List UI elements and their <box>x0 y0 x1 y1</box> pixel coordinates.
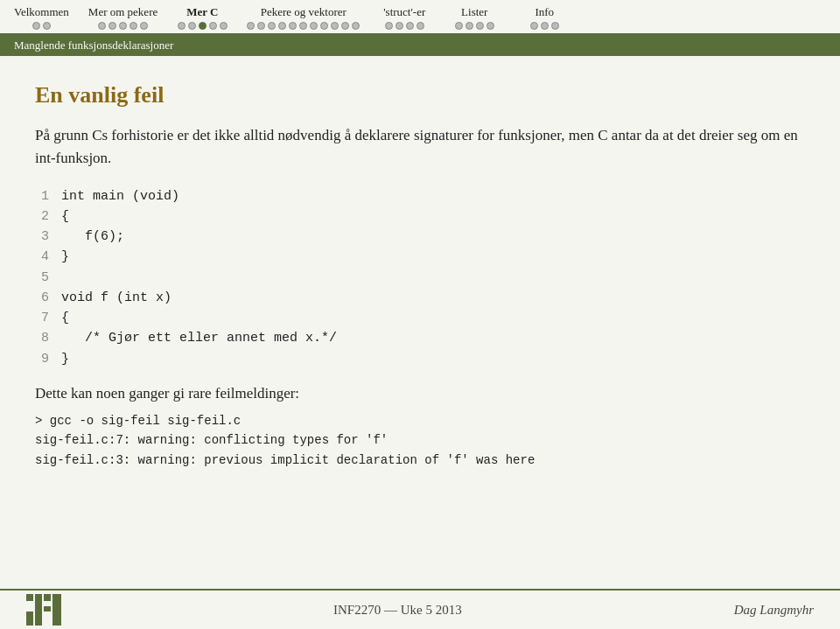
nav-dot <box>130 22 137 30</box>
nav-dot <box>352 22 360 30</box>
intro-paragraph: På grunn Cs forhistorie er det ikke allt… <box>35 124 805 171</box>
nav-dot <box>220 22 228 30</box>
svg-rect-2 <box>35 594 42 626</box>
svg-rect-1 <box>26 594 33 601</box>
nav-dot <box>209 22 217 30</box>
nav-item-mer-om-pekere[interactable]: Mer om pekere <box>88 5 177 30</box>
nav-dots-info <box>530 22 559 30</box>
nav-item-info[interactable]: Info <box>519 5 589 30</box>
nav-dots-pekere-og-vektorer <box>247 22 360 30</box>
nav-dot <box>455 22 463 30</box>
nav-dot <box>341 22 349 30</box>
nav-dot <box>257 22 265 30</box>
nav-dot <box>289 22 297 30</box>
footer-author: Dag Langmyhr <box>734 603 814 618</box>
footer-course-info: INF2270 — Uke 5 2013 <box>333 603 462 618</box>
line-num-8: 8 <box>41 328 49 348</box>
nav-item-struct-er[interactable]: 'struct'-er <box>379 5 449 30</box>
nav-dot <box>466 22 473 30</box>
nav-dot <box>278 22 286 30</box>
nav-dots-struct-er <box>385 22 424 30</box>
nav-dot <box>396 22 403 30</box>
nav-label-struct-er: 'struct'-er <box>383 5 425 19</box>
nav-item-lister[interactable]: Lister <box>449 5 519 30</box>
nav-item-pekere-og-vektorer[interactable]: Pekere og vektorer <box>247 5 379 30</box>
nav-dot <box>320 22 328 30</box>
nav-item-mer-c[interactable]: Mer C <box>177 5 247 30</box>
nav-dot <box>268 22 276 30</box>
line-num-1: 1 <box>41 186 49 206</box>
code-block: 1 2 3 4 5 6 7 8 9 int main (void) { f(6)… <box>35 186 805 369</box>
top-navigation: Velkommen Mer om pekere Mer C Pekere og … <box>0 0 840 35</box>
line-num-4: 4 <box>41 247 49 267</box>
svg-rect-3 <box>44 594 51 601</box>
nav-dot <box>331 22 339 30</box>
nav-label-mer-om-pekere: Mer om pekere <box>88 5 158 19</box>
nav-label-velkommen: Velkommen <box>14 5 69 19</box>
nav-label-pekere-og-vektorer: Pekere og vektorer <box>261 5 346 19</box>
footer: INF2270 — Uke 5 2013 Dag Langmyhr <box>0 589 840 629</box>
terminal-output: > gcc -o sig-feil sig-feil.c sig-feil.c:… <box>35 411 805 470</box>
nav-dot <box>541 22 549 30</box>
footer-separator: — <box>384 603 401 617</box>
footer-session: Uke 5 2013 <box>401 603 462 617</box>
breadcrumb: Manglende funksjonsdeklarasjoner <box>0 35 840 56</box>
svg-rect-4 <box>52 594 61 626</box>
page-title: En vanlig feil <box>35 82 805 108</box>
line-num-2: 2 <box>41 206 49 227</box>
nav-dots-mer-c <box>178 22 228 30</box>
footer-logo <box>26 594 61 626</box>
nav-dot <box>406 22 414 30</box>
nav-dot <box>43 22 51 30</box>
nav-dot <box>140 22 148 30</box>
code-content: int main (void) { f(6); } void f (int x)… <box>61 186 337 369</box>
nav-dot-active <box>199 22 206 30</box>
nav-dot <box>530 22 538 30</box>
nav-dots-lister <box>455 22 494 30</box>
line-num-9: 9 <box>41 349 49 369</box>
svg-rect-5 <box>44 606 51 612</box>
nav-dot <box>108 22 116 30</box>
nav-dot <box>486 22 494 30</box>
main-content: En vanlig feil På grunn Cs forhistorie e… <box>0 56 840 487</box>
nav-dots-mer-om-pekere <box>98 22 148 30</box>
nav-label-lister: Lister <box>461 5 487 19</box>
line-numbers: 1 2 3 4 5 6 7 8 9 <box>35 186 61 369</box>
nav-label-mer-c: Mer C <box>186 5 218 19</box>
nav-dot <box>178 22 186 30</box>
nav-item-velkommen[interactable]: Velkommen <box>14 5 88 30</box>
nav-dot <box>32 22 40 30</box>
nav-dot <box>385 22 393 30</box>
nav-dot <box>551 22 559 30</box>
nav-dot <box>98 22 106 30</box>
nav-dot <box>247 22 255 30</box>
nav-dot <box>299 22 307 30</box>
svg-rect-0 <box>26 612 33 626</box>
nav-dot <box>119 22 127 30</box>
conclusion-paragraph: Dette kan noen ganger gi rare feilmeldin… <box>35 385 805 402</box>
nav-dot <box>476 22 484 30</box>
nav-label-info: Info <box>535 5 554 19</box>
line-num-3: 3 <box>41 227 49 247</box>
line-num-7: 7 <box>41 308 49 328</box>
nav-dots-velkommen <box>32 22 51 30</box>
nav-dot <box>310 22 318 30</box>
nav-dot <box>416 22 424 30</box>
nav-dot <box>188 22 196 30</box>
line-num-6: 6 <box>41 288 49 308</box>
breadcrumb-text: Manglende funksjonsdeklarasjoner <box>14 38 173 52</box>
line-num-5: 5 <box>41 268 49 288</box>
footer-course: INF2270 <box>333 603 381 617</box>
